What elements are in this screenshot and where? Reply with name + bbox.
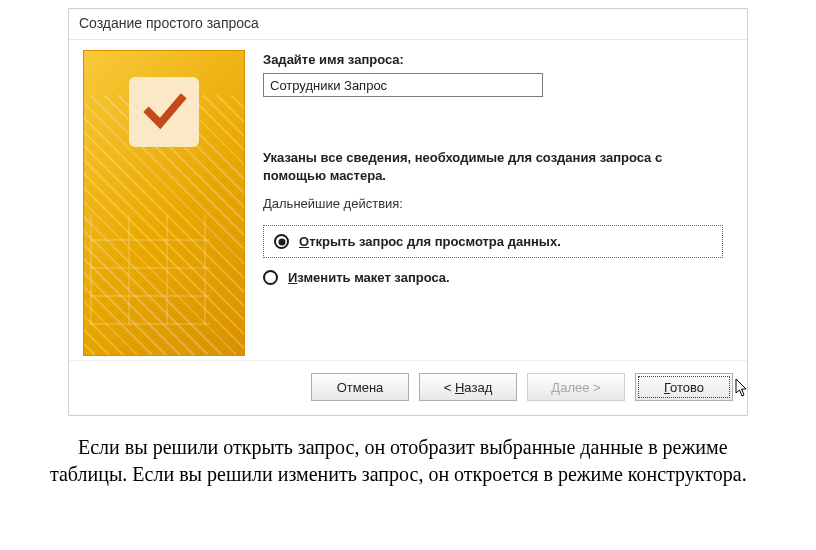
form-area: Задайте имя запроса: Указаны все сведени… (263, 50, 733, 356)
document-caption: Если вы решили открыть запрос, он отобра… (50, 434, 766, 488)
next-actions-label: Дальнейшие действия: (263, 196, 733, 211)
query-name-label: Задайте имя запроса: (263, 52, 733, 67)
next-button-label: Далее > (551, 380, 600, 395)
back-button-label: < Назад (444, 380, 492, 395)
finish-button-label: Готово (664, 380, 704, 395)
radio-edit[interactable] (263, 270, 278, 285)
info-text: Указаны все сведения, необходимые для со… (263, 149, 693, 184)
cancel-button-label: Отмена (337, 380, 384, 395)
option-open-query[interactable]: Открыть запрос для просмотра данных. (263, 225, 723, 258)
dialog-title: Создание простого запроса (69, 9, 747, 40)
option-edit-label: Изменить макет запроса. (288, 270, 450, 285)
checkmark-icon (141, 89, 187, 135)
cancel-button[interactable]: Отмена (311, 373, 409, 401)
radio-open[interactable] (274, 234, 289, 249)
wizard-dialog: Создание простого запроса Задайте имя за… (68, 8, 748, 416)
option-edit-query[interactable]: Изменить макет запроса. (263, 270, 723, 285)
cursor-icon (735, 378, 749, 398)
finish-button[interactable]: Готово (635, 373, 733, 401)
checkmark-badge (129, 77, 199, 147)
button-row: Отмена < Назад Далее > Готово (69, 360, 747, 415)
wizard-illustration (83, 50, 245, 356)
options-group: Открыть запрос для просмотра данных. Изм… (263, 225, 733, 285)
info-block: Указаны все сведения, необходимые для со… (263, 149, 733, 285)
next-button: Далее > (527, 373, 625, 401)
option-open-label: Открыть запрос для просмотра данных. (299, 234, 561, 249)
dialog-body: Задайте имя запроса: Указаны все сведени… (69, 40, 747, 360)
query-name-input[interactable] (263, 73, 543, 97)
back-button[interactable]: < Назад (419, 373, 517, 401)
grid-decoration (90, 215, 210, 325)
